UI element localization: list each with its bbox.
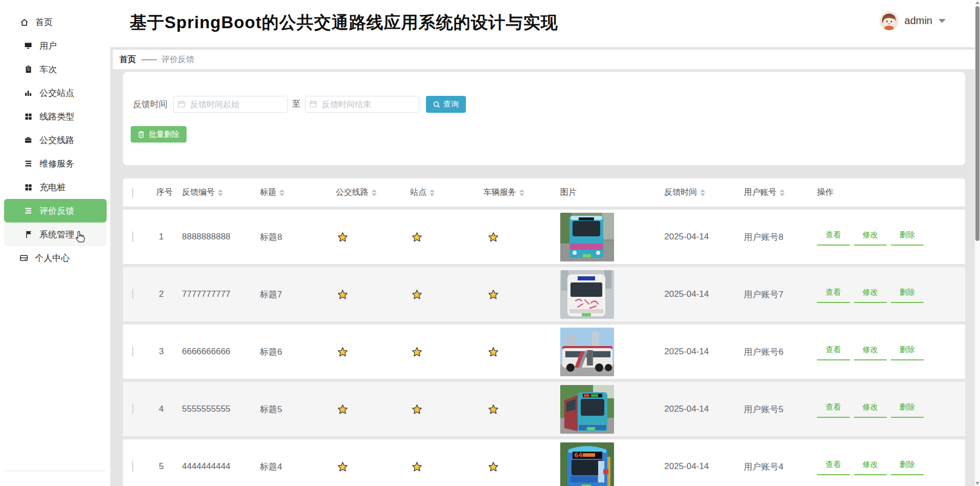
view-button[interactable]: 查看 (817, 400, 850, 418)
row-checkbox[interactable] (132, 231, 133, 242)
sort-icon[interactable] (700, 189, 705, 196)
sidebar-item-bus-stops[interactable]: 公交站点 (0, 81, 110, 105)
col-title[interactable]: 标题 (260, 187, 336, 198)
cell-index: 3 (156, 347, 182, 357)
sidebar-item-repair-service[interactable]: 维修服务 (0, 152, 110, 175)
sidebar-item-feedback-active[interactable]: 评价反馈 (4, 199, 107, 222)
username: admin (905, 15, 932, 27)
feedback-time-start-input[interactable] (173, 96, 288, 113)
bar-chart-icon (24, 88, 33, 97)
edit-button[interactable]: 修改 (854, 458, 887, 475)
cell-feedback-no: 4444444444 (182, 461, 260, 472)
cell-index: 2 (156, 289, 182, 299)
feedback-time-end-input[interactable] (305, 96, 419, 113)
avatar[interactable] (880, 11, 899, 30)
sort-icon[interactable] (218, 189, 223, 196)
sidebar-item-label: 线路类型 (39, 111, 74, 123)
scroll-up-arrow-icon[interactable] (975, 1, 979, 4)
query-button[interactable]: 查询 (426, 96, 466, 113)
col-station[interactable]: 站点 (410, 187, 483, 198)
sidebar-divider (5, 471, 105, 471)
cell-account: 用户账号7 (744, 289, 817, 300)
delete-button[interactable]: 删除 (891, 343, 924, 360)
view-button[interactable]: 查看 (817, 228, 850, 246)
service-star-icon (483, 404, 560, 415)
search-icon (433, 101, 440, 108)
calendar-icon (310, 100, 317, 110)
cell-date: 2025-04-14 (664, 404, 744, 414)
route-star-icon (336, 232, 410, 242)
cell-title: 标题6 (260, 346, 336, 358)
list-icon (24, 159, 33, 168)
table-row: 2 7777777777 标题7 2025-04-14 用户账号7 查看 修改 … (123, 267, 965, 321)
col-feedback-time[interactable]: 反馈时间 (664, 187, 744, 198)
sort-icon[interactable] (780, 189, 785, 196)
table-row: 5 4444444444 标题4 2025-04-14 用户账号4 查看 修改 … (123, 439, 965, 486)
col-vehicle-service[interactable]: 车辆服务 (483, 187, 560, 198)
to-label: 至 (292, 99, 300, 110)
station-star-icon (410, 232, 483, 242)
scrollbar-thumb[interactable] (975, 6, 979, 241)
sidebar-item-users[interactable]: 用户 (0, 34, 110, 57)
sort-icon[interactable] (279, 189, 284, 196)
row-checkbox[interactable] (132, 461, 133, 472)
scroll-down-arrow-icon[interactable] (975, 482, 979, 485)
sidebar-item-route-types[interactable]: 线路类型 (0, 105, 110, 128)
delete-button[interactable]: 删除 (891, 286, 924, 303)
col-user-account[interactable]: 用户账号 (744, 187, 817, 198)
page-title: 基于SpringBoot的公共交通路线应用系统的设计与实现 (130, 11, 558, 34)
cell-date: 2025-04-14 (664, 289, 744, 299)
bus-photo (560, 442, 614, 486)
home-icon (19, 17, 29, 27)
flag-icon (24, 230, 33, 239)
cell-index: 5 (156, 461, 182, 472)
batch-delete-button[interactable]: 批量删除 (131, 126, 187, 143)
sort-icon[interactable] (372, 189, 377, 196)
row-checkbox[interactable] (132, 346, 133, 357)
sort-icon[interactable] (430, 189, 435, 196)
col-bus-route[interactable]: 公交线路 (336, 187, 410, 198)
sidebar-item-trips[interactable]: 车次 (0, 57, 110, 81)
table-body: 1 8888888888 标题8 2025-04-14 用户账号8 查看 修改 … (123, 210, 965, 486)
vertical-scrollbar[interactable] (975, 0, 980, 486)
breadcrumb-home[interactable]: 首页 (119, 54, 136, 65)
row-checkbox[interactable] (132, 403, 133, 414)
cell-title: 标题4 (260, 461, 336, 473)
cell-account: 用户账号5 (744, 403, 817, 415)
delete-button[interactable]: 删除 (891, 228, 924, 246)
col-feedback-no[interactable]: 反馈编号 (182, 187, 260, 198)
edit-button[interactable]: 修改 (854, 343, 887, 360)
delete-button[interactable]: 删除 (891, 400, 924, 418)
sidebar-item-label: 系统管理 (39, 229, 74, 240)
station-star-icon (410, 289, 483, 300)
cell-date: 2025-04-14 (664, 461, 744, 472)
station-star-icon (410, 404, 483, 415)
sidebar-item-charging-piles[interactable]: 充电桩 (0, 175, 110, 199)
sidebar-item-bus-routes[interactable]: 公交线路 (0, 128, 110, 152)
view-button[interactable]: 查看 (817, 458, 850, 475)
sort-icon[interactable] (519, 189, 524, 196)
sidebar-item-system-management[interactable]: 系统管理 (4, 222, 107, 246)
sidebar-item-home[interactable]: 首页 (0, 10, 110, 34)
user-menu[interactable]: admin (880, 11, 946, 30)
clipboard-icon (24, 65, 33, 74)
batch-delete-label: 批量删除 (149, 130, 179, 139)
col-index: 序号 (156, 187, 182, 198)
edit-button[interactable]: 修改 (854, 286, 887, 303)
edit-button[interactable]: 修改 (854, 228, 887, 246)
edit-button[interactable]: 修改 (854, 400, 887, 418)
sidebar-item-label: 个人中心 (35, 252, 70, 264)
table-row: 4 5555555555 标题5 2025-04-14 用户账号5 查看 修改 … (123, 382, 965, 436)
sidebar-item-label: 公交线路 (39, 134, 74, 146)
row-checkbox[interactable] (132, 289, 133, 299)
view-button[interactable]: 查看 (817, 286, 850, 303)
search-panel: 反馈时间 至 查询 批量删除 (123, 72, 965, 165)
delete-button[interactable]: 删除 (891, 458, 924, 475)
select-all-checkbox[interactable] (132, 188, 133, 197)
briefcase-icon (24, 135, 33, 145)
cell-index: 1 (156, 232, 182, 242)
sidebar-item-personal-center[interactable]: 个人中心 (0, 246, 110, 270)
breadcrumb: 首页 —— 评价反馈 (113, 50, 975, 69)
view-button[interactable]: 查看 (817, 343, 850, 360)
chevron-down-icon (938, 19, 946, 23)
